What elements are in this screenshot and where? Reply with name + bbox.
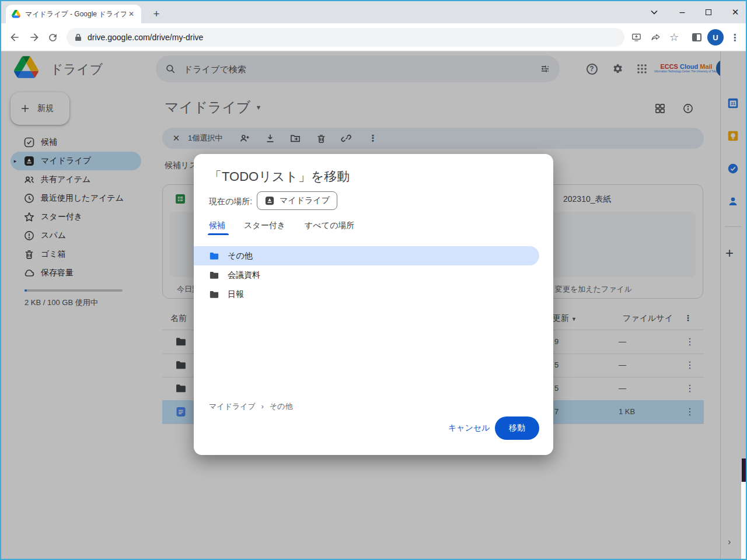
dialog-folder-row[interactable]: 会議資料 — [194, 265, 539, 285]
folder-icon — [209, 270, 219, 281]
new-tab-button[interactable]: + — [148, 6, 165, 22]
drive-page: ドライブ ? ECCS Cloud Mail Information Techn… — [1, 51, 746, 559]
tab-search-chevron-icon[interactable] — [645, 4, 663, 20]
lock-icon — [75, 33, 82, 41]
my-drive-chip-icon — [264, 195, 275, 206]
minimize-button[interactable]: – — [673, 4, 691, 20]
folder-icon — [209, 289, 219, 300]
maximize-button[interactable] — [700, 4, 717, 20]
address-bar[interactable]: drive.google.com/drive/my-drive — [67, 28, 624, 47]
dialog-breadcrumb: マイドライブ › その他 — [209, 401, 292, 412]
browser-avatar[interactable]: U — [707, 29, 724, 46]
drive-favicon — [12, 10, 20, 18]
tab-close-icon[interactable]: ✕ — [126, 10, 137, 18]
move-dialog: 「TODOリスト」を移動 現在の場所: マイドライブ 候補 スター付き すべての… — [194, 154, 553, 455]
breadcrumb-my-drive[interactable]: マイドライブ — [209, 401, 256, 412]
install-icon[interactable] — [628, 29, 644, 46]
forward-icon[interactable] — [25, 27, 44, 47]
tab-strip: マイドライブ - Google ドライブ ✕ + – ✕ — [1, 1, 746, 23]
dialog-tab-all-locations[interactable]: すべての場所 — [305, 220, 354, 231]
dialog-folder-name: 日報 — [228, 289, 244, 300]
back-icon[interactable] — [5, 27, 25, 47]
dialog-title: 「TODOリスト」を移動 — [209, 168, 350, 186]
window-close-button[interactable]: ✕ — [727, 4, 744, 20]
browser-window: マイドライブ - Google ドライブ ✕ + – ✕ drive.googl… — [0, 0, 747, 560]
cancel-button[interactable]: キャンセル — [439, 416, 500, 440]
dialog-folder-row-selected[interactable]: その他 — [194, 246, 539, 265]
browser-menu-kebab-icon[interactable]: ⋮ — [727, 29, 743, 46]
active-tab-underline — [208, 233, 229, 235]
scrollbar-thumb[interactable] — [742, 459, 746, 482]
dialog-tab-starred[interactable]: スター付き — [244, 220, 285, 231]
reload-icon[interactable] — [43, 27, 62, 47]
side-panel-icon[interactable] — [689, 29, 705, 46]
share-icon[interactable] — [647, 29, 664, 46]
bookmark-star-icon[interactable]: ☆ — [666, 29, 682, 46]
folder-icon — [209, 251, 219, 261]
browser-toolbar: drive.google.com/drive/my-drive ☆ U ⋮ — [1, 23, 746, 51]
breadcrumb-target-folder[interactable]: その他 — [270, 401, 293, 412]
breadcrumb-chevron-icon: › — [261, 402, 264, 411]
browser-tab[interactable]: マイドライブ - Google ドライブ ✕ — [6, 5, 141, 23]
dialog-folder-row[interactable]: 日報 — [194, 285, 539, 304]
scrollbar-track — [741, 482, 746, 559]
current-location-label: 現在の場所: — [209, 197, 252, 207]
dialog-folder-name: 会議資料 — [228, 270, 260, 281]
url-text: drive.google.com/drive/my-drive — [88, 33, 203, 42]
move-button[interactable]: 移動 — [495, 416, 539, 440]
dialog-folder-name: その他 — [228, 251, 253, 261]
dialog-tab-suggested[interactable]: 候補 — [209, 220, 225, 231]
current-location-chip-label: マイドライブ — [280, 195, 330, 206]
tab-title: マイドライブ - Google ドライブ — [25, 9, 126, 19]
current-location-chip[interactable]: マイドライブ — [257, 191, 337, 210]
